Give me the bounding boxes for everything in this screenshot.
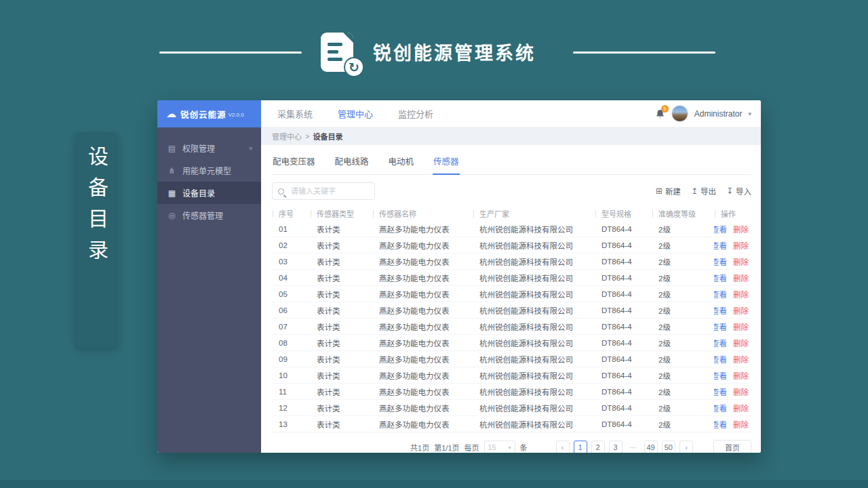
view-link[interactable]: 查看 (714, 386, 727, 397)
view-link[interactable]: 查看 (714, 354, 727, 365)
toolbar-action-button[interactable]: ⊞ 新建 (656, 186, 681, 197)
view-link[interactable]: 查看 (714, 370, 727, 381)
table-row: 12 表计类 燕赵多功能电力仪表 杭州锐创能源科技有限公司 DT864-4 2级… (272, 400, 751, 416)
cell-operations: 查看 删除 (714, 354, 751, 365)
search-input[interactable] (291, 187, 369, 195)
breadcrumb-parent[interactable]: 管理中心 (272, 131, 302, 142)
table-row: 11 表计类 燕赵多功能电力仪表 杭州锐创能源科技有限公司 DT864-4 2级… (272, 384, 751, 400)
page-button[interactable]: 1 (574, 441, 587, 453)
cell-sensor-type: 表计类 (310, 370, 372, 381)
table-row: 03 表计类 燕赵多功能电力仪表 杭州锐创能源科技有限公司 DT864-4 2级… (272, 253, 751, 270)
view-link[interactable]: 查看 (714, 338, 727, 348)
delete-link[interactable]: 删除 (733, 224, 749, 235)
cell-manufacturer: 杭州锐创能源科技有限公司 (473, 386, 595, 397)
view-link[interactable]: 查看 (714, 256, 727, 267)
notification-bell-icon[interactable]: 5 (655, 108, 665, 119)
page-button[interactable]: 2 (591, 441, 605, 453)
tab-label: 电动机 (389, 157, 414, 167)
delete-link[interactable]: 删除 (733, 321, 749, 332)
top-nav-item[interactable]: 管理中心 (338, 107, 373, 120)
cell-accuracy-grade: 2级 (652, 354, 714, 365)
username[interactable]: Administrator (694, 109, 743, 119)
sidebar-menu-item-label: 传感器管理 (182, 209, 223, 221)
cell-sensor-name: 燕赵多功能电力仪表 (372, 256, 473, 267)
search-icon (278, 188, 284, 195)
sidebar-menu-item[interactable]: ⋔ 用能单元模型 (157, 159, 261, 182)
toolbar-action-button[interactable]: ↧ 导入 (726, 186, 751, 197)
cell-sensor-name: 燕赵多功能电力仪表 (372, 289, 473, 300)
page-button[interactable]: ··· (627, 441, 640, 453)
cell-sensor-name: 燕赵多功能电力仪表 (372, 240, 473, 251)
tab-label: 传感器 (433, 157, 459, 167)
notification-badge: 5 (661, 105, 669, 113)
sidebar-menu-item[interactable]: ▤ 权限管理 ∨ (157, 137, 261, 159)
first-page-button[interactable]: 首页 (713, 440, 751, 453)
delete-link[interactable]: 删除 (733, 289, 749, 300)
cell-sensor-name: 燕赵多功能电力仪表 (372, 419, 473, 430)
per-page-select[interactable]: 15 ▾ (484, 441, 515, 453)
view-link[interactable]: 查看 (714, 305, 727, 316)
delete-link[interactable]: 删除 (733, 240, 749, 251)
view-link[interactable]: 查看 (714, 321, 727, 332)
view-link[interactable]: 查看 (714, 240, 727, 251)
page-button-label: ‹ (561, 443, 564, 451)
user-avatar[interactable] (671, 105, 688, 122)
delete-link[interactable]: 删除 (733, 386, 749, 397)
tab-label: 配电变压器 (273, 157, 315, 167)
banner-title: 锐创能源管理系统 (373, 39, 536, 65)
per-page-value: 15 (488, 443, 509, 451)
cell-accuracy-grade: 2级 (652, 370, 714, 381)
cell-model: DT864-4 (595, 290, 652, 298)
cell-operations: 查看 删除 (714, 338, 751, 348)
delete-link[interactable]: 删除 (733, 354, 749, 365)
device-type-tab[interactable]: 电动机 (388, 150, 415, 175)
table-row: 09 表计类 燕赵多功能电力仪表 杭州锐创能源科技有限公司 DT864-4 2级… (272, 351, 751, 367)
user-menu-caret-icon[interactable]: ▾ (748, 110, 751, 117)
column-header-label: 型号规格 (601, 208, 631, 219)
cell-sensor-type: 表计类 (310, 240, 372, 251)
delete-link[interactable]: 删除 (733, 370, 749, 381)
breadcrumb: 管理中心 > 设备目录 (261, 127, 761, 145)
top-nav-item[interactable]: 监控分析 (398, 107, 433, 120)
cell-sensor-name: 燕赵多功能电力仪表 (372, 272, 473, 283)
top-nav-item-label: 监控分析 (398, 109, 433, 119)
device-type-tab[interactable]: 配电线路 (334, 150, 370, 175)
sidebar-menu-item-label: 权限管理 (182, 142, 215, 154)
cell-manufacturer: 杭州锐创能源科技有限公司 (473, 419, 595, 430)
device-type-tab[interactable]: 配电变压器 (272, 150, 316, 175)
view-link[interactable]: 查看 (714, 403, 727, 413)
delete-link[interactable]: 删除 (733, 305, 749, 316)
chevron-down-icon: ∨ (248, 146, 253, 151)
top-nav-item[interactable]: 采集系统 (277, 107, 313, 120)
delete-link[interactable]: 删除 (733, 403, 749, 413)
app-logo[interactable]: ☁ 锐创云能源 V2.0.0 (157, 100, 261, 127)
cell-model: DT864-4 (595, 241, 652, 249)
page-button[interactable]: 49 (644, 441, 658, 453)
page-button[interactable]: 3 (609, 441, 623, 453)
cell-no: 09 (272, 355, 310, 363)
cell-accuracy-grade: 2级 (652, 256, 714, 267)
view-link[interactable]: 查看 (714, 272, 727, 283)
cell-operations: 查看 删除 (714, 305, 751, 316)
delete-link[interactable]: 删除 (733, 272, 749, 283)
cell-manufacturer: 杭州锐创能源科技有限公司 (473, 240, 595, 251)
view-link[interactable]: 查看 (714, 289, 727, 300)
page-button[interactable]: ‹ (556, 441, 570, 453)
page-button[interactable]: 50 (662, 441, 675, 453)
page-button[interactable]: › (679, 441, 693, 453)
delete-link[interactable]: 删除 (733, 256, 749, 267)
sidebar-menu-item[interactable]: ◎ 传感器管理 (157, 204, 261, 226)
delete-link[interactable]: 删除 (733, 419, 749, 430)
device-type-tab[interactable]: 传感器 (433, 150, 460, 175)
view-link[interactable]: 查看 (714, 419, 727, 430)
permission-icon: ▤ (167, 144, 176, 153)
view-link[interactable]: 查看 (714, 224, 727, 235)
cell-manufacturer: 杭州锐创能源科技有限公司 (473, 321, 595, 332)
sidebar-menu-item[interactable]: ▦ 设备目录 (157, 182, 261, 204)
cell-accuracy-grade: 2级 (652, 419, 714, 430)
toolbar-action-button[interactable]: ↥ 导出 (691, 186, 716, 197)
column-header-label: 传感器类型 (317, 208, 354, 219)
table-body: 01 表计类 燕赵多功能电力仪表 杭州锐创能源科技有限公司 DT864-4 2级… (272, 221, 751, 432)
delete-link[interactable]: 删除 (733, 338, 749, 348)
search-box[interactable] (272, 182, 375, 200)
